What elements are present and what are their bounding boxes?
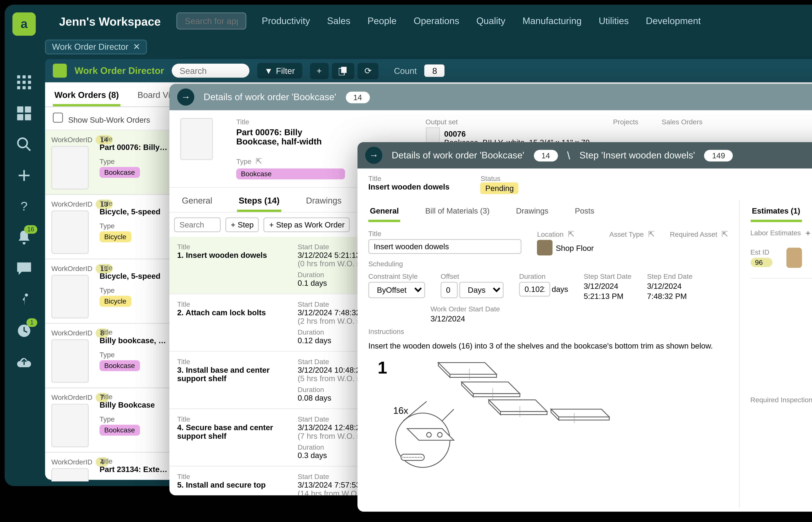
external-link-icon[interactable]: ⇱ xyxy=(721,230,728,238)
show-sub-checkbox[interactable]: Show Sub-Work Orders xyxy=(53,113,150,124)
external-link-icon[interactable]: ⇱ xyxy=(256,157,262,165)
page-title: Work Order Director xyxy=(75,65,164,76)
svg-rect-7 xyxy=(23,86,26,89)
nav-operations[interactable]: Operations xyxy=(414,16,459,26)
tab-bom[interactable]: Bill of Materials (3) xyxy=(424,203,491,222)
count-value: 8 xyxy=(425,64,445,77)
nav-development[interactable]: Development xyxy=(646,16,701,26)
wo-thumbnail xyxy=(51,468,89,481)
nav-menu: Productivity Sales People Operations Qua… xyxy=(262,16,701,26)
svg-rect-12 xyxy=(25,114,31,120)
panel-title: Details of work order 'Bookcase' xyxy=(204,92,336,103)
refresh-button[interactable]: ⟳ xyxy=(357,62,379,79)
chat-icon[interactable] xyxy=(5,253,43,284)
svg-rect-8 xyxy=(28,86,31,89)
svg-point-17 xyxy=(25,294,28,297)
clock-badge: 1 xyxy=(26,318,37,327)
wo-thumbnail xyxy=(51,404,89,447)
svg-rect-9 xyxy=(17,106,23,113)
svg-rect-2 xyxy=(28,75,31,78)
tab-strip: Work Order Director ✕ xyxy=(45,37,812,56)
app-logo-icon[interactable]: a xyxy=(13,13,36,36)
step-title-input[interactable] xyxy=(368,239,522,254)
panel-header: → Details of work order 'Bookcase' 14 ▣ … xyxy=(169,84,812,111)
location-thumb xyxy=(537,240,553,256)
close-icon[interactable]: ✕ xyxy=(133,42,140,52)
page-icon xyxy=(53,64,67,78)
bell-icon[interactable]: 16 xyxy=(5,222,43,253)
step-left-panel: General Bill of Materials (3) Drawings P… xyxy=(357,200,739,508)
steps-search-input[interactable] xyxy=(174,217,221,232)
toolbar: Work Order Director ▼ Filter + ⟳ Count 8… xyxy=(45,59,812,82)
tab-drawings[interactable]: Drawings xyxy=(515,203,550,222)
svg-rect-5 xyxy=(28,81,31,84)
constraint-style-select[interactable]: ByOffset xyxy=(368,282,425,298)
copy-button[interactable] xyxy=(332,62,354,79)
nav-quality[interactable]: Quality xyxy=(476,16,505,26)
crumb-id-1: 14 xyxy=(534,149,558,161)
nav-manufacturing[interactable]: Manufacturing xyxy=(522,16,582,26)
wo-thumbnail xyxy=(51,146,89,189)
tab-estimates[interactable]: Estimates (1) xyxy=(750,203,802,222)
wo-thumbnail xyxy=(180,118,213,160)
back-button[interactable]: → xyxy=(177,88,194,105)
breadcrumb-separator-icon: \ xyxy=(567,149,570,162)
tab-drawings[interactable]: Drawings xyxy=(304,193,343,212)
add-step-button[interactable]: + Step xyxy=(226,217,259,232)
svg-rect-11 xyxy=(17,114,23,120)
tab-work-order-director[interactable]: Work Order Director ✕ xyxy=(45,39,147,54)
filter-button[interactable]: ▼ Filter xyxy=(257,63,302,79)
tab-general[interactable]: General xyxy=(368,203,400,222)
icon-rail: a ? 16 1 xyxy=(5,5,43,486)
nav-sales[interactable]: Sales xyxy=(327,16,350,26)
search-icon[interactable] xyxy=(5,129,43,160)
add-button[interactable]: + xyxy=(310,62,329,79)
svg-text:16x: 16x xyxy=(393,405,408,416)
wo-thumbnail xyxy=(51,275,89,318)
upload-icon[interactable] xyxy=(5,346,43,377)
crumb-id-2: 149 xyxy=(704,149,733,161)
add-icon[interactable] xyxy=(5,160,43,191)
tab-steps[interactable]: Steps (14) xyxy=(237,193,281,212)
run-icon[interactable] xyxy=(5,284,43,315)
back-button[interactable]: → xyxy=(365,147,382,164)
step-crumb-2: Step 'Insert wooden dowels' xyxy=(579,150,695,161)
offset-unit-select[interactable]: Days xyxy=(459,282,504,298)
dashboard-icon[interactable] xyxy=(5,98,43,129)
step-crumb-1: Details of work order 'Bookcase' xyxy=(392,150,524,161)
svg-text:1: 1 xyxy=(378,358,387,377)
apps-icon[interactable] xyxy=(5,67,43,98)
svg-point-23 xyxy=(427,433,431,437)
assembly-diagram: 1 16x xyxy=(368,355,625,487)
top-bar: Jenn's Workspace Productivity Sales Peop… xyxy=(43,5,812,37)
nav-utilities[interactable]: Utilities xyxy=(599,16,629,26)
nav-people[interactable]: People xyxy=(368,16,397,26)
external-link-icon[interactable]: ⇱ xyxy=(568,230,574,238)
external-link-icon[interactable]: ⇱ xyxy=(648,230,654,238)
step-right-panel: Estimates (1) Allocations Assignees Labo… xyxy=(739,200,812,508)
toolbar-search-input[interactable] xyxy=(172,64,250,78)
svg-rect-1 xyxy=(23,75,26,78)
add-estimate-button[interactable]: + xyxy=(806,228,811,238)
tab-general[interactable]: General xyxy=(180,193,214,212)
svg-point-24 xyxy=(438,433,442,437)
svg-line-14 xyxy=(26,147,31,150)
offset-input[interactable] xyxy=(441,282,458,298)
count-label: Count xyxy=(394,66,417,75)
status-badge: Pending xyxy=(481,182,518,194)
wo-thumbnail xyxy=(51,210,89,254)
add-step-wo-button[interactable]: + Step as Work Order xyxy=(264,217,350,232)
search-app-input[interactable] xyxy=(176,13,246,29)
step-panel: → Details of work order 'Bookcase' 14 \ … xyxy=(357,142,812,512)
svg-rect-20 xyxy=(341,66,346,73)
svg-rect-6 xyxy=(17,86,20,89)
tab-work-orders[interactable]: Work Orders (8) xyxy=(53,87,120,106)
nav-productivity[interactable]: Productivity xyxy=(262,16,310,26)
tab-posts[interactable]: Posts xyxy=(573,203,596,222)
help-icon[interactable]: ? xyxy=(5,191,43,222)
clock-icon[interactable]: 1 xyxy=(5,315,43,346)
svg-rect-3 xyxy=(17,81,20,84)
duration-input[interactable] xyxy=(519,282,550,297)
panel-id-pill: 14 xyxy=(346,91,370,103)
step-panel-header: → Details of work order 'Bookcase' 14 \ … xyxy=(357,142,812,168)
